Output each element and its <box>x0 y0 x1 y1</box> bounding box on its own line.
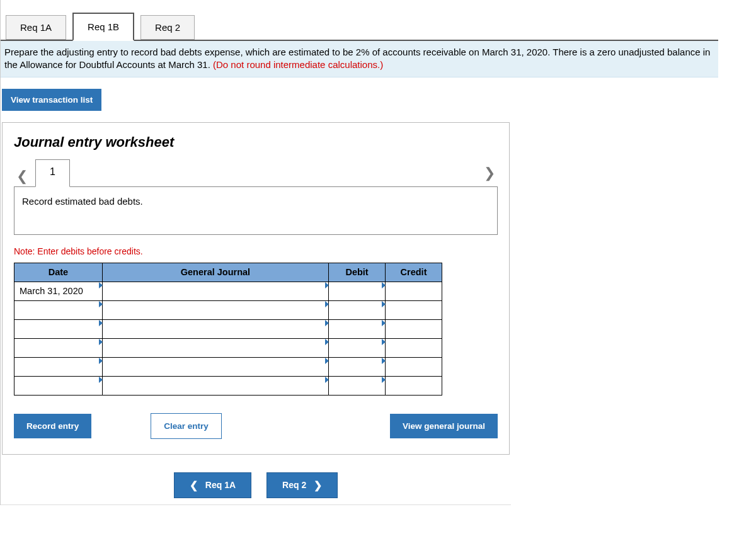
debits-before-credits-note: Note: Enter debits before credits. <box>14 246 498 256</box>
cell-debit[interactable] <box>329 376 386 395</box>
cell-debit[interactable] <box>329 357 386 376</box>
tab-req-1b[interactable]: Req 1B <box>72 13 134 41</box>
prev-req-label: Req 1A <box>205 480 236 490</box>
chevron-right-icon: ❯ <box>314 479 322 491</box>
cell-credit[interactable] <box>386 319 442 338</box>
chevron-left-icon: ❮ <box>190 479 198 491</box>
cell-date[interactable] <box>14 376 103 395</box>
cell-date[interactable]: March 31, 2020 <box>14 282 103 300</box>
view-transaction-list-button[interactable]: View transaction list <box>2 89 101 111</box>
table-row: March 31, 2020 <box>14 282 442 300</box>
chevron-right-icon[interactable]: ❯ <box>481 162 498 184</box>
col-header-date: Date <box>14 263 103 282</box>
cell-credit[interactable] <box>386 338 442 357</box>
cell-general-journal[interactable] <box>102 300 328 319</box>
record-instruction-text: Record estimated bad debts. <box>22 196 143 207</box>
col-header-debit: Debit <box>329 263 386 282</box>
worksheet-title: Journal entry worksheet <box>14 134 498 151</box>
req-tabs: Req 1A Req 1B Req 2 <box>1 0 718 40</box>
journal-table-body: March 31, 2020 <box>14 282 442 395</box>
next-req-button[interactable]: Req 2 ❯ <box>266 472 338 498</box>
cell-debit[interactable] <box>329 319 386 338</box>
cell-date[interactable] <box>14 319 103 338</box>
cell-date[interactable] <box>14 357 103 376</box>
cell-debit[interactable] <box>329 282 386 300</box>
clear-entry-button[interactable]: Clear entry <box>151 413 222 439</box>
cell-date[interactable] <box>14 300 103 319</box>
cell-credit[interactable] <box>386 300 442 319</box>
cell-general-journal[interactable] <box>102 282 328 300</box>
table-row <box>14 338 442 357</box>
record-entry-button[interactable]: Record entry <box>14 414 91 438</box>
cell-general-journal[interactable] <box>102 319 328 338</box>
cell-general-journal[interactable] <box>102 357 328 376</box>
next-req-label: Req 2 <box>282 480 306 490</box>
table-row <box>14 319 442 338</box>
table-row <box>14 300 442 319</box>
view-general-journal-button[interactable]: View general journal <box>390 414 498 438</box>
chevron-left-icon[interactable]: ❮ <box>14 166 30 187</box>
tab-req-2[interactable]: Req 2 <box>140 15 195 40</box>
instructions-banner: Prepare the adjusting entry to record ba… <box>1 41 718 77</box>
col-header-credit: Credit <box>386 263 442 282</box>
instructions-warning: (Do not round intermediate calculations.… <box>213 59 383 70</box>
prev-req-button[interactable]: ❮ Req 1A <box>174 472 251 498</box>
cell-debit[interactable] <box>329 338 386 357</box>
cell-credit[interactable] <box>386 282 442 300</box>
worksheet-page-tab[interactable]: 1 <box>35 159 70 187</box>
col-header-general-journal: General Journal <box>102 263 328 282</box>
journal-table: Date General Journal Debit Credit March … <box>14 263 442 396</box>
table-row <box>14 357 442 376</box>
journal-worksheet: Journal entry worksheet ❮ 1 ❯ Record est… <box>2 122 510 455</box>
tab-req-1a[interactable]: Req 1A <box>6 15 66 40</box>
bottom-nav: ❮ Req 1A Req 2 ❯ <box>1 472 511 505</box>
cell-general-journal[interactable] <box>102 338 328 357</box>
cell-credit[interactable] <box>386 376 442 395</box>
cell-general-journal[interactable] <box>102 376 328 395</box>
cell-credit[interactable] <box>386 357 442 376</box>
record-instruction-box: Record estimated bad debts. <box>14 186 498 235</box>
cell-debit[interactable] <box>329 300 386 319</box>
cell-date[interactable] <box>14 338 103 357</box>
table-row <box>14 376 442 395</box>
